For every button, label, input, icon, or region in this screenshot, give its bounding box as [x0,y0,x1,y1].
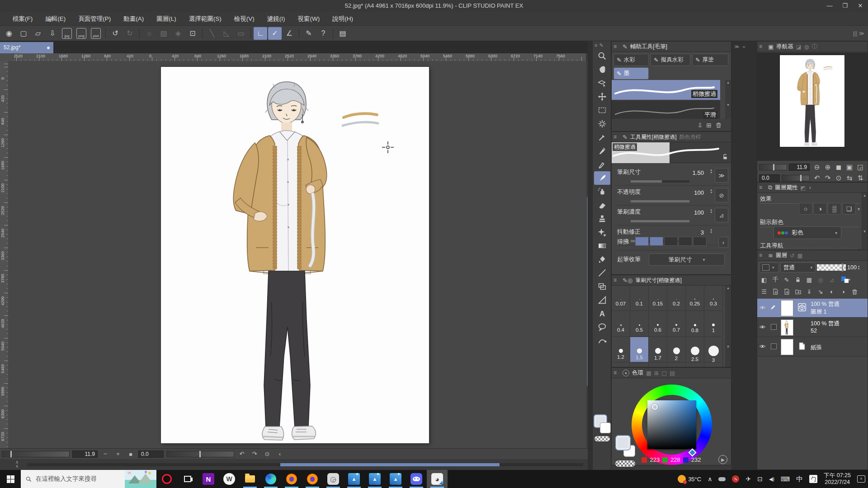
background-color-swatch[interactable] [600,422,611,433]
snap-to-ruler-icon[interactable]: ∟ [254,27,267,40]
minimize-button[interactable]: — [822,0,837,12]
open-file-icon[interactable]: ▱ [31,27,45,40]
new-folder-icon[interactable] [793,287,803,296]
layer-color-icon[interactable]: ▾ [838,275,854,284]
layer-toolb-5[interactable]: ◎ [816,275,826,284]
layer-opacity-slider[interactable] [817,264,846,271]
colorwheel-transparent-swatch[interactable] [615,460,635,467]
opera-icon[interactable] [156,470,177,488]
sweep-option-0[interactable] [635,237,649,246]
eye-icon[interactable] [759,324,766,332]
layer-thumbnail[interactable] [781,300,793,316]
colorwheel-foreground-swatch[interactable] [616,436,630,450]
brushsize-scrollbar[interactable]: ▴▾ [725,286,731,367]
layer-toolb-4[interactable]: ▦ [804,275,814,284]
rotation-slider[interactable] [166,451,234,457]
subtool-group-擬真水彩[interactable]: ✎擬真水彩 [651,54,690,66]
snap-to-special-ruler-icon[interactable]: ✓ [268,27,282,40]
clip-studio-icon[interactable]: ◶ [323,470,344,488]
fit-to-window-icon[interactable]: ▣ [844,162,855,172]
canvas-page[interactable] [161,67,429,443]
panel-collapse-icons[interactable]: ≫ « [734,44,746,50]
stroke-start-select[interactable]: 筆刷尺寸▾ [649,253,725,266]
timeline-collapse-icon[interactable]: ∧∧ [15,460,19,468]
hand-tool[interactable] [594,63,610,76]
decoration-tool[interactable] [594,225,610,239]
param-slider[interactable] [631,180,689,183]
sweep-option-4[interactable] [693,237,707,246]
param-spinner[interactable]: ▴▾ [710,188,712,194]
subtool-group-水彩[interactable]: ✎水彩 [613,54,649,66]
intermediate-color-icon[interactable]: ⊞ [654,370,659,376]
layers-title[interactable]: 圖層 [776,252,787,259]
brush-size-2.5[interactable]: 2.5 [686,337,704,362]
flip-horizontal-icon[interactable]: ⇆ [844,173,855,183]
layer-toolc-0[interactable]: ☰ [759,287,769,296]
layer-checkbox[interactable] [771,343,777,349]
layer-toolc-6[interactable]: ◐ [827,287,837,296]
rotate-ccw-icon[interactable]: ↶ [237,450,247,457]
rotation-lock-icon[interactable]: ⊡ [757,475,763,483]
clip-studio-paint-icon[interactable]: ◕ [427,470,448,488]
menu-item-9[interactable]: 說明(H) [326,12,359,26]
brush-size-0.7[interactable]: 0.7 [667,311,686,337]
pen-tool[interactable] [594,144,610,158]
navigator-menu-icon[interactable]: ≡ [759,43,765,50]
brush-size-0.8[interactable]: 0.8 [686,311,704,337]
rotate-cw-icon[interactable]: ↷ [822,173,833,183]
layer-checkbox[interactable] [771,324,777,330]
taskbar-search[interactable]: 在這裡輸入文字來搜尋 [21,470,156,488]
export-jpg-icon[interactable]: jpg [60,27,74,40]
sweep-option-1[interactable] [650,237,663,246]
opacity-pressure-icon[interactable]: ⊘ [715,188,728,202]
zoom-slider[interactable] [2,451,70,457]
param-value[interactable]: 1.50 [693,169,704,176]
lock-open-icon[interactable] [721,153,728,160]
taskbar-clock[interactable]: 下午 07:25 2022/7/24 [824,472,851,486]
photos-icon[interactable]: ▲ [344,470,364,488]
rotate-cw-icon[interactable]: ↷ [250,450,259,457]
ime-indicator[interactable]: 中 [796,475,803,483]
param-spinner[interactable]: ▴▾ [710,169,712,174]
subtool-register-icon[interactable]: ⇩ [698,122,703,129]
param-spinner[interactable]: ▴▾ [710,228,712,234]
layer-thumbnail[interactable] [781,339,793,355]
effect-icon-1[interactable]: ◑ [813,203,827,215]
layer-toolb-0[interactable]: ◧ [759,275,769,284]
snap-rect-icon[interactable]: ▭ [234,27,248,40]
subtool-group-墨[interactable]: ✎墨 [613,67,649,80]
onenote-icon[interactable]: N [198,470,219,488]
photos-icon-3[interactable]: ▲ [385,470,406,488]
toolbar-panel-collapse[interactable]: ||| ≫ [853,30,868,37]
effect-icon-0[interactable]: ○ [799,203,812,215]
display-color-select[interactable]: 彩色 ▾ [774,226,841,239]
layerprop-title[interactable]: 圖層屬性 [775,184,797,192]
perspective-ruler-icon[interactable]: ✎ [302,27,316,40]
zoom-tool[interactable] [594,49,610,63]
touch-keyboard-icon[interactable]: ⌨ [781,475,790,483]
transparent-color-swatch[interactable] [594,436,610,441]
ime2-indicator[interactable]: 勹 [809,475,817,483]
color-wheel-tab-icon[interactable]: ● [623,370,629,376]
status-collapse-icon[interactable]: ‹ [275,450,285,457]
layer-toolc-7[interactable]: ◑ [838,287,848,296]
brush-size-0.25[interactable]: 0.25 [686,286,704,311]
brush-item-平滑[interactable]: 平滑 [612,101,720,121]
layerprop-icon-tab-2[interactable]: ◩ [800,184,806,191]
deselect-icon[interactable]: ☼ [142,27,156,40]
lock-icon[interactable] [793,275,803,284]
new-layer-icon[interactable] [782,287,792,296]
fit-screen-icon[interactable]: ◲ [855,162,866,172]
color-wheel-tab[interactable]: 色環 [632,369,643,377]
menu-item-4[interactable]: 圖層(L) [150,12,183,26]
sweep-option-3[interactable] [679,237,692,246]
color-history-icon[interactable]: ▤ [670,370,675,376]
menu-item-0[interactable]: 檔案(F) [6,12,39,26]
layer-row-圖層 1[interactable]: 100 % 普通圖層 1 [757,299,868,318]
new-file-icon[interactable]: ▢ [17,27,30,40]
export-psd-icon[interactable]: psd [89,27,103,40]
subtool-scrollbar[interactable]: ▴▾ [725,80,731,122]
edge-icon[interactable] [260,470,281,488]
menu-item-7[interactable]: 濾鏡(I) [261,12,292,26]
alert-app-icon[interactable]: ∿ [732,475,739,483]
